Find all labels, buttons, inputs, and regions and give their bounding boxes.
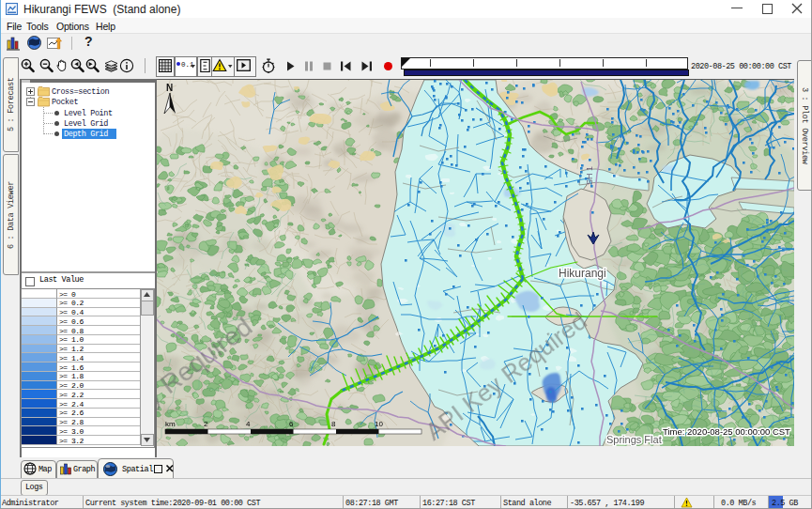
svg-text:4: 4 <box>246 420 251 428</box>
svg-text:N: N <box>166 83 173 93</box>
svg-text:2: 2 <box>204 420 208 428</box>
svg-text:SH 1: SH 1 <box>585 166 594 185</box>
svg-text:6: 6 <box>289 420 294 428</box>
svg-text:km: km <box>165 420 176 428</box>
svg-text:Springs Flat: Springs Flat <box>606 434 662 445</box>
svg-text:Hikurangi: Hikurangi <box>559 267 606 280</box>
svg-text:Time: 2020-08-25 00:00:00 CST: Time: 2020-08-25 00:00:00 CST <box>663 426 790 437</box>
svg-text:10: 10 <box>375 420 383 428</box>
svg-text:8: 8 <box>331 420 336 428</box>
